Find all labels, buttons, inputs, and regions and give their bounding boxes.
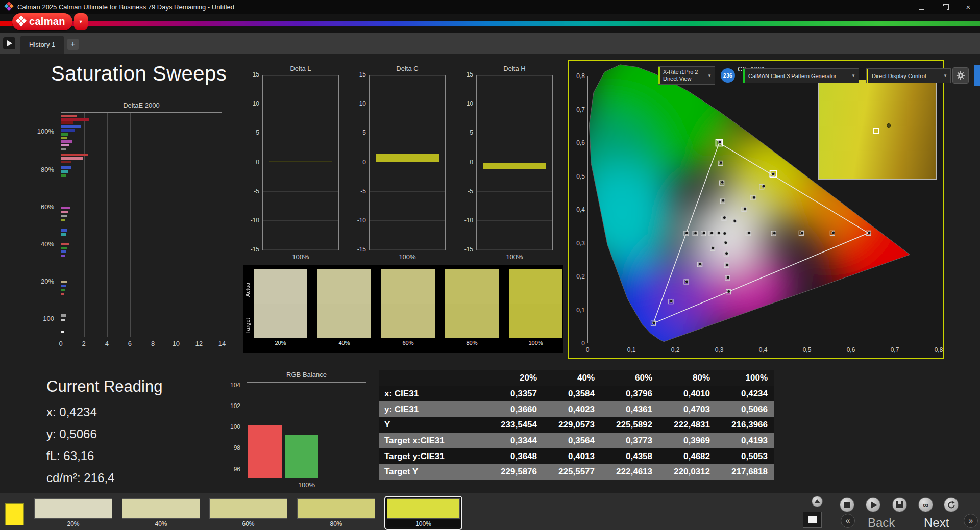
table-header-cell: 80%: [658, 373, 716, 383]
loop-button[interactable]: ∞: [918, 497, 933, 512]
stop-button[interactable]: [840, 497, 854, 512]
calman-menu-dropdown-button[interactable]: ▼: [74, 13, 88, 30]
deltae-bar: [61, 331, 64, 333]
delta-y-label: -5: [453, 188, 473, 195]
pattern-swatch-40%[interactable]: 40%: [122, 498, 200, 527]
delta-y-label: -10: [453, 217, 473, 224]
edge-panel-button[interactable]: [974, 65, 980, 86]
deltae-x-axis: 02468101214: [61, 340, 222, 348]
rgb-bar-green: [285, 435, 318, 478]
cie-measured-point: [685, 280, 688, 283]
table-header-cell: 60%: [601, 373, 658, 383]
cie-measured-point: [710, 232, 713, 235]
strip-column: 40%: [317, 269, 371, 346]
cie-y-label: 0: [569, 340, 585, 347]
actual-target-swatch-strip: ActualTarget20%40%60%80%100%: [243, 265, 563, 353]
cie-measured-point: [762, 185, 765, 188]
meter-dropdown[interactable]: X-Rite i1Pro 2 Direct View ▼: [658, 66, 715, 85]
delta-y-label: 15: [453, 71, 473, 78]
delta-y-label: 10: [453, 100, 473, 107]
table-cell: 0,4023: [543, 405, 601, 415]
delta-gridline: [370, 220, 445, 221]
pattern-window-button[interactable]: [803, 512, 822, 528]
deltae-bar: [61, 161, 71, 163]
settings-button[interactable]: [952, 67, 969, 84]
cie-measured-point: [722, 199, 725, 202]
deltae-gridline: [130, 113, 131, 337]
table-cell: 216,3966: [716, 420, 774, 430]
tab-history-1[interactable]: History 1: [20, 36, 64, 54]
add-tab-button[interactable]: +: [67, 39, 79, 50]
table-row: x: CIE310,33570,35840,37960,40100,4234: [379, 386, 774, 402]
delta-y-label: 15: [346, 71, 366, 78]
deltae-bar: [61, 118, 89, 121]
swatch-color: [387, 498, 460, 519]
deltae-gridline: [153, 113, 153, 337]
cie-x-label: 0,1: [627, 346, 636, 354]
deltae-x-label: 2: [82, 340, 86, 347]
delta-y-label: 5: [346, 129, 366, 136]
back-button[interactable]: Back: [868, 516, 895, 530]
cie-measured-point: [724, 241, 727, 244]
restore-button[interactable]: [933, 0, 957, 14]
pattern-swatch-80%[interactable]: 80%: [297, 498, 375, 527]
table-cell: 0,3969: [658, 436, 716, 446]
strip-label: 80%: [445, 340, 499, 346]
display-control-dropdown[interactable]: Direct Display Control ▼: [866, 68, 951, 83]
table-cell: 0,5066: [716, 405, 774, 415]
cie-x-label: 0,5: [803, 346, 812, 354]
cie-measured-point: [725, 263, 728, 266]
table-cell: 225,5892: [601, 420, 658, 430]
chevron-up-icon: [814, 499, 820, 503]
table-row: Target x:CIE310,33440,35640,37730,39690,…: [379, 433, 774, 449]
actual-swatch: [445, 269, 499, 304]
deltae-bar: [61, 115, 77, 117]
deltae-gridline: [176, 113, 176, 337]
swatch-label: 60%: [209, 520, 287, 527]
cie-zoom-inset: [818, 80, 937, 180]
save-button[interactable]: [892, 497, 907, 512]
cie-measured-point: [652, 321, 655, 324]
next-skip-button[interactable]: »: [964, 514, 978, 528]
table-cell: 222,4831: [658, 420, 716, 430]
pattern-generator-dropdown[interactable]: CalMAN Client 3 Pattern Generator ▼: [743, 68, 859, 83]
minimize-button[interactable]: [910, 0, 933, 14]
cie-measured-point: [832, 231, 835, 234]
close-button[interactable]: ×: [957, 0, 980, 14]
delta-gridline: [477, 134, 552, 134]
table-cell: 0,3648: [485, 451, 543, 462]
cie-measured-point: [702, 232, 705, 235]
deltae-y-label: 20%: [17, 277, 54, 285]
chevron-down-icon: ▼: [848, 73, 859, 78]
back-skip-button[interactable]: «: [841, 514, 855, 528]
actual-swatch: [317, 269, 371, 304]
measurement-table: 20%40%60%80%100%x: CIE310,33570,35840,37…: [379, 370, 774, 480]
restore-icon: [942, 4, 948, 10]
history-nav-button[interactable]: [3, 37, 15, 49]
chevron-up-button[interactable]: [812, 496, 823, 507]
strip-swatch: [254, 269, 307, 338]
meter-count-badge[interactable]: 236: [721, 68, 735, 83]
rgb-gridline: [247, 386, 366, 386]
deltae-bar: [61, 207, 70, 209]
delta-x-label: 100%: [262, 253, 339, 261]
calman-logo-icon: [15, 15, 27, 28]
cie-y-label: 0,2: [569, 273, 585, 280]
pattern-swatch-100%[interactable]: 100%: [384, 496, 462, 530]
rgb-y-label: 98: [218, 444, 243, 451]
next-button[interactable]: Next: [924, 516, 949, 530]
deltae-bar: [61, 157, 83, 160]
delta-gridline: [370, 75, 445, 76]
table-cell: 0,4703: [658, 405, 716, 415]
delta-gridline: [477, 105, 552, 105]
calman-logo-button[interactable]: calman: [12, 13, 72, 30]
plus-icon: +: [70, 40, 75, 49]
refresh-button[interactable]: [944, 497, 959, 512]
delta-bar: [483, 163, 546, 170]
table-row-label: Target Y: [379, 467, 485, 477]
play-button[interactable]: [866, 497, 880, 512]
cie-measured-point: [719, 161, 722, 164]
pattern-swatch-20%[interactable]: 20%: [34, 498, 112, 527]
cie-measured-point: [718, 141, 721, 144]
pattern-swatch-60%[interactable]: 60%: [209, 498, 287, 527]
